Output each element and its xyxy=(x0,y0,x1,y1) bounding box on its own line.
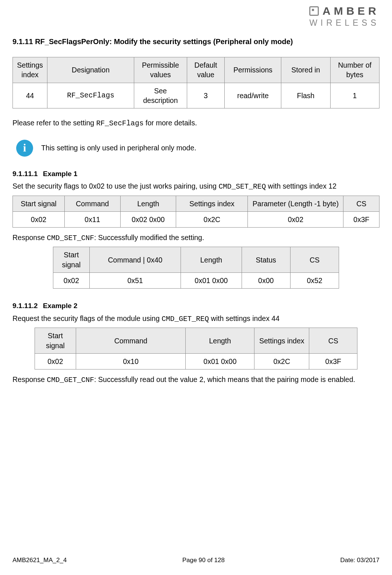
th: CS xyxy=(290,247,339,273)
example1-text: Set the security flags to 0x02 to use th… xyxy=(13,181,379,192)
example1-num: 9.1.11.1 xyxy=(13,169,38,179)
cell-permissible: See description xyxy=(134,83,187,108)
th: Start signal xyxy=(35,328,76,354)
ex2-pre: Request the security flags of the module… xyxy=(13,314,161,322)
th: Start signal xyxy=(53,247,89,273)
cell: 0x2C xyxy=(176,211,248,227)
footer-center: Page 90 of 128 xyxy=(182,556,225,565)
ex2r-code: CMD_GET_CNF xyxy=(47,376,94,384)
ex1r-post: : Successfully modified the setting. xyxy=(94,233,204,242)
cell-default: 3 xyxy=(187,83,225,108)
example1-heading: 9.1.11.1Example 1 xyxy=(13,169,379,179)
cell-permissions: read/write xyxy=(225,83,281,108)
cell: 0x02 xyxy=(13,211,65,227)
th: Length xyxy=(120,196,176,211)
th: Start signal xyxy=(13,196,65,211)
th: CS xyxy=(309,328,357,354)
ex2r-post: : Successfully read out the value 2, whi… xyxy=(94,375,355,383)
th-permissible: Permissible values xyxy=(134,57,187,83)
refer-post: for more details. xyxy=(143,119,197,127)
cell-designation: RF_SecFlags xyxy=(47,83,134,108)
example1-response-table: Start signal Command | 0x40 Length Statu… xyxy=(53,247,339,289)
table-row: 0x02 0x51 0x01 0x00 0x00 0x52 xyxy=(53,273,339,289)
page: AMBER WIRELESS 9.1.11 RF_SecFlagsPerOnly… xyxy=(0,0,392,575)
th-settings-index: Settings index xyxy=(13,57,47,83)
ex1r-code: CMD_SET_CNF xyxy=(47,234,94,242)
cell-bytes: 1 xyxy=(330,83,379,108)
th-permissions: Permissions xyxy=(225,57,281,83)
cell: 0x01 0x00 xyxy=(181,273,242,289)
footer-left: AMB2621_MA_2_4 xyxy=(13,556,67,565)
cell: 0x02 0x00 xyxy=(120,211,176,227)
info-text: This setting is only used in peripheral … xyxy=(41,143,196,153)
brand-logo: AMBER WIRELESS xyxy=(309,4,379,29)
cell: 0x52 xyxy=(290,273,339,289)
example2-num: 9.1.11.2 xyxy=(13,301,38,311)
cell: 0x3F xyxy=(343,211,379,227)
cell: 0x00 xyxy=(242,273,290,289)
table-row: 0x02 0x10 0x01 0x00 0x2C 0x3F xyxy=(35,353,357,369)
page-footer: AMB2621_MA_2_4 Page 90 of 128 Date: 03/2… xyxy=(13,556,379,565)
th-bytes: Number of bytes xyxy=(330,57,379,83)
logo-text-wireless: WIRELESS xyxy=(309,17,379,29)
ex1-post: with settings index 12 xyxy=(266,182,336,190)
ex2-code: CMD_GET_REQ xyxy=(161,315,209,323)
example2-text: Request the security flags of the module… xyxy=(13,314,379,324)
refer-pre: Please refer to the setting xyxy=(13,119,96,127)
cell: 0x3F xyxy=(309,353,357,369)
th: Length xyxy=(181,247,242,273)
th: CS xyxy=(343,196,379,211)
th: Command | 0x40 xyxy=(90,247,181,273)
th: Command xyxy=(76,328,186,354)
cell: 0x2C xyxy=(254,353,309,369)
refer-paragraph: Please refer to the setting RF_SecFlags … xyxy=(13,118,379,128)
info-note: i This setting is only used in periphera… xyxy=(16,140,379,157)
content: 9.1.11 RF_SecFlagsPerOnly: Modify the se… xyxy=(13,37,379,389)
cell: 0x51 xyxy=(90,273,181,289)
th: Status xyxy=(242,247,290,273)
table-header-row: Start signal Command Length Settings ind… xyxy=(35,328,357,354)
cell: 0x02 xyxy=(248,211,343,227)
example2-heading: 9.1.11.2Example 2 xyxy=(13,301,379,311)
th: Parameter (Length -1 byte) xyxy=(248,196,343,211)
refer-code: RF_SecFlags xyxy=(96,119,144,128)
table-row: 44 RF_SecFlags See description 3 read/wr… xyxy=(13,83,379,108)
table-header-row: Settings index Designation Permissible v… xyxy=(13,57,379,83)
settings-table: Settings index Designation Permissible v… xyxy=(13,57,379,108)
cell-index: 44 xyxy=(13,83,47,108)
ex1-code: CMD_SET_REQ xyxy=(218,183,266,191)
example2-request-table: Start signal Command Length Settings ind… xyxy=(35,328,357,369)
th-stored-in: Stored in xyxy=(281,57,330,83)
cell: 0x02 xyxy=(53,273,89,289)
info-icon: i xyxy=(16,140,33,157)
table-header-row: Start signal Command | 0x40 Length Statu… xyxy=(53,247,339,273)
cell: 0x02 xyxy=(35,353,76,369)
example2-response-text: Response CMD_GET_CNF: Successfully read … xyxy=(13,375,379,385)
cell-stored: Flash xyxy=(281,83,330,108)
th: Settings index xyxy=(176,196,248,211)
th: Length xyxy=(186,328,254,354)
th-default: Default value xyxy=(187,57,225,83)
example1-request-table: Start signal Command Length Settings ind… xyxy=(13,196,379,228)
ex2r-pre: Response xyxy=(13,375,47,383)
logo-mark-icon xyxy=(309,6,319,16)
th: Command xyxy=(64,196,120,211)
ex2-post: with settings index 44 xyxy=(209,314,279,322)
cell: 0x10 xyxy=(76,353,186,369)
logo-line1: AMBER xyxy=(309,4,379,19)
logo-text-amber: AMBER xyxy=(322,4,379,19)
example1-title: Example 1 xyxy=(43,170,78,178)
example1-response-text: Response CMD_SET_CNF: Successfully modif… xyxy=(13,233,379,243)
ex1-pre: Set the security flags to 0x02 to use th… xyxy=(13,182,218,190)
cell: 0x11 xyxy=(64,211,120,227)
cell: 0x01 0x00 xyxy=(186,353,254,369)
table-row: 0x02 0x11 0x02 0x00 0x2C 0x02 0x3F xyxy=(13,211,379,227)
section-heading: 9.1.11 RF_SecFlagsPerOnly: Modify the se… xyxy=(13,37,379,47)
example2-title: Example 2 xyxy=(43,302,78,310)
th-designation: Designation xyxy=(47,57,134,83)
table-header-row: Start signal Command Length Settings ind… xyxy=(13,196,379,211)
footer-right: Date: 03/2017 xyxy=(340,556,379,565)
th: Settings index xyxy=(254,328,309,354)
ex1r-pre: Response xyxy=(13,233,47,242)
